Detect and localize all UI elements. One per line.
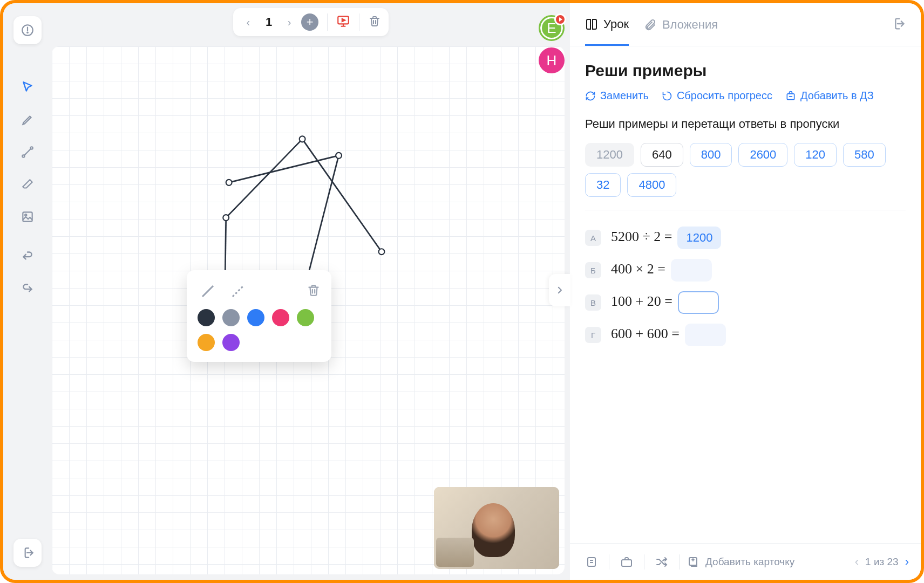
undo-button[interactable] (13, 242, 42, 270)
whiteboard[interactable] (52, 46, 565, 574)
problem-expression: 400 × 2 = (611, 259, 712, 282)
panel-footer: Добавить карточку ‹ 1 из 23 › (570, 543, 921, 580)
avatar-initial: Н (547, 52, 557, 69)
page-navigator: ‹ 1 › + (233, 8, 389, 36)
answer-chip[interactable]: 1200 (585, 143, 634, 167)
answer-slot[interactable] (678, 291, 719, 314)
color-swatch-2[interactable] (247, 309, 264, 326)
svg-line-10 (226, 139, 302, 218)
answer-chip[interactable]: 32 (585, 173, 621, 197)
svg-line-4 (24, 149, 31, 155)
canvas-area: ‹ 1 › + (52, 3, 570, 580)
panel-body: Реши примеры Заменить Сбросить прогресс … (570, 46, 921, 543)
color-swatch-1[interactable] (222, 309, 240, 326)
reset-label: Сбросить прогресс (677, 90, 772, 102)
pencil-tool[interactable] (13, 106, 42, 134)
color-swatch-3[interactable] (272, 309, 289, 326)
svg-rect-5 (23, 212, 32, 221)
tab-attachments[interactable]: Вложения (644, 5, 718, 45)
answer-chip[interactable]: 800 (690, 143, 732, 167)
prev-card-button[interactable]: ‹ (855, 555, 859, 569)
line-solid-button[interactable] (198, 281, 218, 301)
panel-exit-button[interactable] (891, 16, 906, 33)
slideshow-button[interactable] (336, 14, 350, 30)
problem-row: В100 + 20 = (585, 291, 906, 314)
next-page-button[interactable]: › (282, 15, 297, 30)
add-to-homework-button[interactable]: Добавить в ДЗ (785, 90, 874, 102)
problem-expression: 100 + 20 = (611, 291, 719, 314)
problem-row: А5200 ÷ 2 =1200 (585, 227, 906, 249)
problem-expression: 600 + 600 = (611, 324, 726, 346)
svg-point-19 (379, 249, 385, 255)
task-title: Реши примеры (585, 61, 906, 80)
select-tool[interactable] (13, 73, 42, 101)
add-page-button[interactable]: + (301, 13, 318, 31)
color-swatch-4[interactable] (297, 309, 314, 326)
shuffle-button[interactable] (652, 552, 671, 572)
reset-progress-button[interactable]: Сбросить прогресс (662, 90, 772, 102)
problem-row: Б400 × 2 = (585, 259, 906, 282)
chat-button[interactable] (13, 16, 42, 44)
svg-point-18 (336, 153, 342, 159)
task-description: Реши примеры и перетащи ответы в пропуск… (585, 117, 906, 131)
problem-label: Г (585, 327, 601, 343)
problem-expression: 5200 ÷ 2 =1200 (611, 227, 721, 249)
footer-pagination: ‹ 1 из 23 › (855, 555, 909, 569)
tab-lesson[interactable]: Урок (585, 4, 629, 46)
delete-page-button[interactable] (368, 15, 381, 30)
avatar-teacher[interactable]: E (539, 15, 565, 41)
panel-tabs: Урок Вложения (570, 3, 921, 46)
problems-list: А5200 ÷ 2 =1200Б400 × 2 =В100 + 20 =Г600… (585, 227, 906, 346)
add-card-label: Добавить карточку (705, 556, 794, 568)
svg-point-20 (226, 180, 232, 186)
replace-button[interactable]: Заменить (585, 90, 649, 102)
svg-point-1 (27, 32, 28, 33)
tab-attachments-label: Вложения (662, 18, 718, 32)
next-card-button[interactable]: › (905, 555, 909, 569)
briefcase-button[interactable] (617, 552, 636, 572)
problem-row: Г600 + 600 = (585, 324, 906, 346)
add-card-button[interactable]: Добавить карточку (687, 555, 794, 568)
task-actions: Заменить Сбросить прогресс Добавить в ДЗ (585, 90, 906, 102)
tab-lesson-label: Урок (603, 17, 629, 31)
answer-chip[interactable]: 640 (641, 143, 683, 167)
answer-slot[interactable]: 1200 (677, 227, 721, 249)
image-tool[interactable] (13, 203, 42, 231)
svg-point-17 (300, 136, 305, 142)
notes-button[interactable] (582, 552, 601, 572)
left-toolbar (3, 3, 52, 580)
svg-line-24 (233, 286, 243, 297)
redo-button[interactable] (13, 274, 42, 302)
eraser-tool[interactable] (13, 170, 42, 198)
svg-point-3 (30, 147, 32, 149)
svg-point-16 (223, 215, 229, 221)
answer-chip[interactable]: 120 (794, 143, 837, 167)
prev-page-button[interactable]: ‹ (241, 15, 256, 30)
collapse-panel-button[interactable] (549, 274, 570, 306)
replace-label: Заменить (600, 90, 649, 102)
answer-chip[interactable]: 4800 (627, 173, 676, 197)
answer-slot[interactable] (671, 259, 712, 282)
avatar-student[interactable]: Н (539, 47, 565, 73)
answer-chip[interactable]: 2600 (738, 143, 787, 167)
palette-delete-button[interactable] (307, 283, 321, 299)
color-swatch-5[interactable] (198, 334, 215, 351)
shape-palette (187, 270, 331, 362)
answer-chip[interactable]: 580 (843, 143, 886, 167)
recording-indicator-icon (554, 13, 566, 25)
problem-label: Б (585, 262, 601, 278)
pagination-text: 1 из 23 (865, 556, 899, 568)
logout-button[interactable] (13, 539, 42, 567)
svg-point-6 (25, 214, 26, 216)
svg-rect-29 (622, 560, 631, 566)
line-dashed-button[interactable] (228, 281, 248, 301)
top-controls: ‹ 1 › + (52, 3, 570, 41)
problem-label: В (585, 294, 601, 311)
color-swatch-6[interactable] (222, 334, 240, 351)
video-thumbnail[interactable] (434, 487, 559, 569)
participant-avatars: E Н (539, 15, 565, 73)
add-hw-label: Добавить в ДЗ (800, 90, 874, 102)
answer-slot[interactable] (685, 324, 726, 346)
line-tool[interactable] (13, 138, 42, 166)
color-swatch-0[interactable] (198, 309, 215, 326)
